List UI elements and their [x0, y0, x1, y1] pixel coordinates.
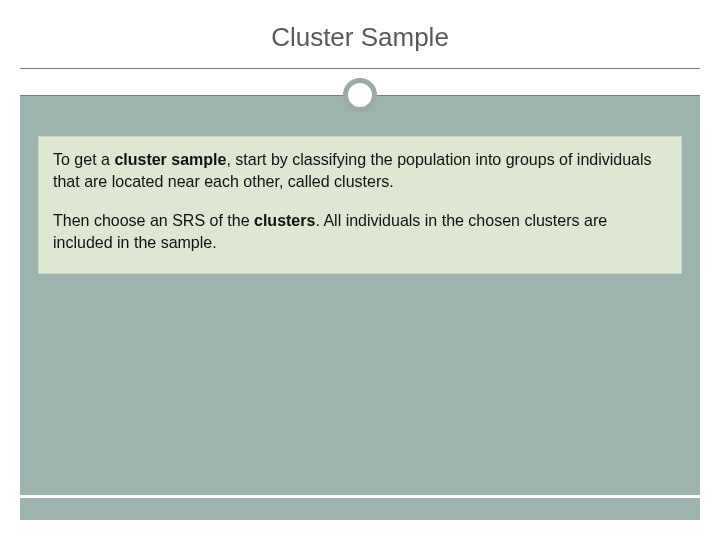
ring-ornament-icon — [343, 78, 377, 112]
definition-box: To get a cluster sample, start by classi… — [38, 136, 682, 274]
p1-lead: To get a — [53, 151, 114, 168]
slide: Cluster Sample To get a cluster sample, … — [0, 0, 720, 540]
divider-top — [20, 68, 700, 69]
paragraph-2: Then choose an SRS of the clusters. All … — [53, 210, 667, 253]
slide-title: Cluster Sample — [0, 22, 720, 53]
footer-bar — [20, 498, 700, 520]
paragraph-1: To get a cluster sample, start by classi… — [53, 149, 667, 192]
p2-bold-term: clusters — [254, 212, 315, 229]
p2-lead: Then choose an SRS of the — [53, 212, 254, 229]
p1-bold-term: cluster sample — [114, 151, 226, 168]
